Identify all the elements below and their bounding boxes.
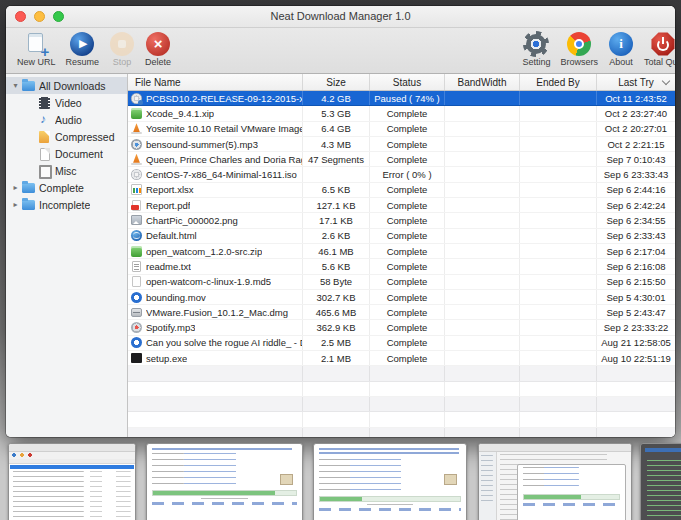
cell-last-try: Sep 6 2:17:04 xyxy=(597,244,675,258)
cell-status: Complete xyxy=(370,122,445,136)
sort-chevron-icon xyxy=(662,77,670,85)
download-progress-dialog-thumbnail[interactable] xyxy=(146,443,303,520)
audio-file-icon xyxy=(131,139,142,150)
cell-ended-by xyxy=(520,336,597,350)
minimize-button[interactable] xyxy=(34,11,45,22)
table-row[interactable]: VMware.Fusion_10.1.2_Mac.dmg 465.6 MB Co… xyxy=(128,305,675,320)
cell-status: Complete xyxy=(370,213,445,227)
table-row[interactable]: Spotify.mp3 362.9 KB Complete Sep 2 23:3… xyxy=(128,320,675,335)
html-globe-icon xyxy=(131,230,142,241)
toolbar-right: Setting Browsers About Total Quit xyxy=(517,31,675,67)
disc-icon xyxy=(131,169,142,180)
thumbnail-segments xyxy=(523,503,620,506)
sidebar-item-incomplete[interactable]: Incomplete xyxy=(6,196,127,213)
table-row[interactable]: readme.txt 5.6 KB Complete Sep 6 2:16:08 xyxy=(128,259,675,274)
cell-last-try: Oct 11 2:43:52 xyxy=(597,91,675,105)
total-quit-button[interactable]: Total Quit xyxy=(639,31,675,67)
close-button[interactable] xyxy=(15,11,26,22)
title-bar[interactable]: Neat Download Manager 1.0 xyxy=(6,6,675,28)
sidebar-item-label: Incomplete xyxy=(39,199,90,211)
cell-last-try: Sep 2 23:33:22 xyxy=(597,320,675,334)
table-row[interactable]: bounding.mov 302.7 KB Complete Sep 5 4:3… xyxy=(128,290,675,305)
about-button[interactable]: About xyxy=(603,31,639,67)
table-row[interactable]: Xcode_9.4.1.xip 5.3 GB Complete Oct 2 23… xyxy=(128,106,675,121)
cell-size: 47 Segments xyxy=(303,152,370,166)
dark-manager-window-thumbnail[interactable] xyxy=(640,443,681,520)
pdf-icon xyxy=(131,200,142,211)
download-progress-dialog-2-thumbnail[interactable] xyxy=(313,443,467,520)
cell-status: Complete xyxy=(370,320,445,334)
sidebar-item-label: Complete xyxy=(39,182,84,194)
table-header: File Name Size Status BandWidth Ended By… xyxy=(128,74,675,91)
download-list-window-thumbnail[interactable] xyxy=(8,443,136,520)
table-row[interactable]: setup.exe 2.1 MB Complete Aug 10 22:51:1… xyxy=(128,351,675,366)
table-row[interactable]: open_watcom_1.2.0-src.zip 46.1 MB Comple… xyxy=(128,244,675,259)
delete-button[interactable]: Delete xyxy=(140,31,176,67)
cell-last-try: Sep 6 2:34:55 xyxy=(597,213,675,227)
cell-status: Error ( 0% ) xyxy=(370,167,445,181)
table-row[interactable]: Can you solve the rogue AI riddle_ - Dan… xyxy=(128,336,675,351)
new-url-button[interactable]: New URL xyxy=(12,31,61,67)
table-row[interactable]: CentOS-7-x86_64-Minimal-1611.iso Error (… xyxy=(128,167,675,182)
cell-last-try: Sep 6 23:33:43 xyxy=(597,167,675,181)
cell-bandwidth xyxy=(445,229,520,243)
cell-status: Complete xyxy=(370,229,445,243)
thumbnail-body xyxy=(479,452,631,520)
table-row[interactable]: Queen, Prince Charles and Doria Ragland … xyxy=(128,152,675,167)
sidebar-item-audio[interactable]: Audio xyxy=(6,111,127,128)
table-row[interactable]: ChartPic_000002.png 17.1 KB Complete Sep… xyxy=(128,213,675,228)
table-row[interactable]: PCBSD10.2-RELEASE-09-12-2015-x64-DV 4.2 … xyxy=(128,91,675,106)
column-header-size[interactable]: Size xyxy=(303,74,370,90)
cell-file-name: Xcode_9.4.1.xip xyxy=(128,106,303,120)
column-header-ended[interactable]: Ended By xyxy=(520,74,597,90)
cell-ended-by xyxy=(520,259,597,273)
sidebar-item-document[interactable]: Document xyxy=(6,145,127,162)
manager-with-progress-dialog-thumbnail[interactable] xyxy=(478,443,632,520)
table-row[interactable]: Yosemite 10.10 Retail VMware Image.rar 6… xyxy=(128,122,675,137)
sidebar-item-all-downloads[interactable]: All Downloads xyxy=(6,77,127,94)
zoom-button[interactable] xyxy=(53,11,64,22)
video-icon xyxy=(38,97,51,109)
cell-status: Paused ( 74% ) xyxy=(370,91,445,105)
toolbar-button-label: Stop xyxy=(113,57,132,67)
setting-button[interactable]: Setting xyxy=(517,31,555,67)
thumbnail-selected-row xyxy=(10,465,134,469)
column-header-status[interactable]: Status xyxy=(370,74,445,90)
table-row[interactable]: Default.html 2.6 KB Complete Sep 6 2:33:… xyxy=(128,229,675,244)
resume-button[interactable]: Resume xyxy=(61,31,105,67)
cell-last-try: Sep 7 0:10:43 xyxy=(597,152,675,166)
cell-last-try: Sep 6 2:33:43 xyxy=(597,229,675,243)
cell-size: 4.3 MB xyxy=(303,137,370,151)
table-row[interactable]: Report.pdf 127.1 KB Complete Sep 6 2:42:… xyxy=(128,198,675,213)
cell-file-name: Default.html xyxy=(128,229,303,243)
sidebar-item-video[interactable]: Video xyxy=(6,94,127,111)
cell-size: 2.5 MB xyxy=(303,336,370,350)
delete-icon xyxy=(145,31,171,57)
thumbnail-caption xyxy=(201,498,248,499)
sidebar-item-misc[interactable]: Misc xyxy=(6,162,127,179)
toolbar-button-label: Delete xyxy=(145,57,171,67)
cell-size: 6.4 GB xyxy=(303,122,370,136)
column-header-name[interactable]: File Name xyxy=(128,74,303,90)
table-row[interactable]: bensound-summer(5).mp3 4.3 MB Complete O… xyxy=(128,137,675,152)
cell-bandwidth xyxy=(445,290,520,304)
sidebar-item-complete[interactable]: Complete xyxy=(6,179,127,196)
cell-bandwidth xyxy=(445,106,520,120)
table-row[interactable]: Report.xlsx 6.5 KB Complete Sep 6 2:44:1… xyxy=(128,183,675,198)
cell-size: 465.6 MB xyxy=(303,305,370,319)
table-row[interactable]: open-watcom-c-linux-1.9.md5 58 Byte Comp… xyxy=(128,275,675,290)
browsers-button[interactable]: Browsers xyxy=(555,31,603,67)
cell-size: 4.2 GB xyxy=(303,91,370,105)
audio-player-icon xyxy=(131,322,142,333)
cell-ended-by xyxy=(520,244,597,258)
cell-last-try: Sep 6 2:16:08 xyxy=(597,259,675,273)
stop-button[interactable]: Stop xyxy=(104,31,140,67)
cell-last-try: Oct 2 20:27:01 xyxy=(597,122,675,136)
window-title: Neat Download Manager 1.0 xyxy=(6,6,675,27)
column-header-bandwidth[interactable]: BandWidth xyxy=(445,74,520,90)
column-header-last[interactable]: Last Try xyxy=(597,74,675,90)
empty-table-row xyxy=(128,412,675,427)
sidebar-item-compressed[interactable]: Compressed xyxy=(6,128,127,145)
cell-bandwidth xyxy=(445,213,520,227)
cell-size: 17.1 KB xyxy=(303,213,370,227)
